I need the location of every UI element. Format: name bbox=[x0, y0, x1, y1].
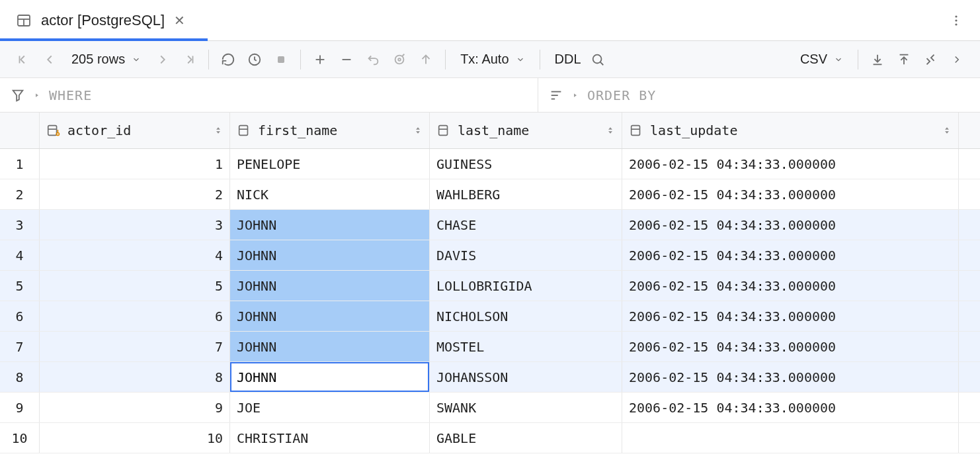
cell-first-name[interactable]: JOHNN bbox=[230, 210, 430, 240]
first-page-button[interactable] bbox=[12, 48, 34, 71]
cell-last-update[interactable]: 2006-02-15 04:34:33.000000 bbox=[622, 149, 959, 179]
cell-first-name[interactable]: PENELOPE bbox=[230, 149, 430, 179]
row-count-dropdown[interactable]: 205 rows bbox=[65, 52, 147, 67]
cell-last-name[interactable]: WAHLBERG bbox=[430, 179, 622, 209]
table-row[interactable]: 33JOHNNCHASE2006-02-15 04:34:33.000000 bbox=[0, 210, 980, 240]
cell-last-update[interactable]: 2006-02-15 04:34:33.000000 bbox=[622, 240, 959, 270]
cell-first-name[interactable]: JOHNN bbox=[230, 240, 430, 270]
cell-last-update[interactable]: 2006-02-15 04:34:33.000000 bbox=[622, 301, 959, 331]
gutter-header[interactable] bbox=[0, 113, 40, 148]
column-header-last-update[interactable]: last_update bbox=[622, 113, 959, 148]
cell-actor-id[interactable]: 8 bbox=[40, 362, 230, 392]
cell-actor-id[interactable]: 3 bbox=[40, 210, 230, 240]
cell-actor-id[interactable]: 9 bbox=[40, 393, 230, 422]
upload-button[interactable] bbox=[893, 48, 915, 71]
download-button[interactable] bbox=[866, 48, 889, 71]
cell-last-name[interactable]: CHASE bbox=[430, 210, 622, 240]
cell-last-update[interactable]: 2006-02-15 04:34:33.000000 bbox=[622, 210, 959, 240]
add-row-button[interactable] bbox=[309, 48, 331, 71]
row-number[interactable]: 3 bbox=[0, 210, 40, 240]
tab-menu-button[interactable] bbox=[942, 0, 971, 40]
table-row[interactable]: 22NICKWAHLBERG2006-02-15 04:34:33.000000 bbox=[0, 179, 980, 210]
editor-tab-actor[interactable]: actor [PostgreSQL] ✕ bbox=[9, 0, 198, 40]
sort-indicator-icon[interactable] bbox=[214, 124, 223, 136]
cell-last-name[interactable]: GUINESS bbox=[430, 149, 622, 179]
cell-first-name[interactable]: JOHNN bbox=[230, 332, 430, 361]
row-number[interactable]: 4 bbox=[0, 240, 40, 270]
table-row[interactable]: 77JOHNNMOSTEL2006-02-15 04:34:33.000000 bbox=[0, 332, 980, 362]
export-format-dropdown[interactable]: CSV bbox=[794, 52, 850, 67]
cell-spacer bbox=[959, 332, 980, 361]
close-icon[interactable]: ✕ bbox=[174, 13, 185, 28]
table-row[interactable]: 66JOHNNNICHOLSON2006-02-15 04:34:33.0000… bbox=[0, 301, 980, 332]
search-button[interactable] bbox=[587, 48, 609, 71]
preview-changes-button[interactable] bbox=[388, 48, 411, 71]
cell-first-name[interactable] bbox=[230, 362, 430, 392]
cell-last-name[interactable]: SWANK bbox=[430, 393, 622, 422]
cell-editor-input[interactable] bbox=[230, 362, 429, 392]
cell-spacer bbox=[959, 393, 980, 422]
row-number[interactable]: 8 bbox=[0, 362, 40, 392]
cell-last-name[interactable]: JOHANSSON bbox=[430, 362, 622, 392]
cell-last-update[interactable]: 2006-02-15 04:34:33.000000 bbox=[622, 332, 959, 361]
table-row[interactable]: 55JOHNNLOLLOBRIGIDA2006-02-15 04:34:33.0… bbox=[0, 271, 980, 301]
row-number[interactable]: 1 bbox=[0, 149, 40, 179]
cell-last-update[interactable]: 2006-02-15 04:34:33.000000 bbox=[622, 393, 959, 422]
column-header-first-name[interactable]: first_name bbox=[230, 113, 430, 148]
last-page-button[interactable] bbox=[178, 48, 200, 71]
row-number[interactable]: 5 bbox=[0, 271, 40, 301]
cell-actor-id[interactable]: 5 bbox=[40, 271, 230, 301]
cell-first-name[interactable]: NICK bbox=[230, 179, 430, 209]
cell-actor-id[interactable]: 2 bbox=[40, 179, 230, 209]
delete-row-button[interactable] bbox=[335, 48, 358, 71]
cell-last-name[interactable]: GABLE bbox=[430, 423, 622, 453]
cell-first-name[interactable]: JOE bbox=[230, 393, 430, 422]
cell-first-name[interactable]: JOHNN bbox=[230, 271, 430, 301]
cell-last-update[interactable]: 2006-02-15 04:34:33.000000 bbox=[622, 271, 959, 301]
cell-last-name[interactable]: NICHOLSON bbox=[430, 301, 622, 331]
orderby-filter[interactable]: ORDER BY bbox=[538, 78, 980, 112]
cell-actor-id[interactable]: 10 bbox=[40, 423, 230, 453]
cell-actor-id[interactable]: 1 bbox=[40, 149, 230, 179]
column-name: first_name bbox=[258, 122, 337, 138]
row-number[interactable]: 6 bbox=[0, 301, 40, 331]
cell-actor-id[interactable]: 4 bbox=[40, 240, 230, 270]
row-number[interactable]: 2 bbox=[0, 179, 40, 209]
column-header-last-name[interactable]: last_name bbox=[430, 113, 622, 148]
next-page-button[interactable] bbox=[151, 48, 174, 71]
cell-last-update[interactable]: 2006-02-15 04:34:33.000000 bbox=[622, 179, 959, 209]
more-button[interactable] bbox=[946, 48, 968, 71]
table-row[interactable]: 1010CHRISTIANGABLE bbox=[0, 423, 980, 453]
stop-button[interactable] bbox=[270, 48, 292, 71]
sort-indicator-icon[interactable] bbox=[413, 124, 423, 136]
cell-first-name[interactable]: JOHNN bbox=[230, 301, 430, 331]
svg-marker-28 bbox=[574, 93, 577, 97]
cell-actor-id[interactable]: 7 bbox=[40, 332, 230, 361]
cell-last-update[interactable] bbox=[622, 423, 959, 453]
cell-last-update[interactable]: 2006-02-15 04:34:33.000000 bbox=[622, 362, 959, 392]
cell-last-name[interactable]: MOSTEL bbox=[430, 332, 622, 361]
compare-button[interactable] bbox=[919, 48, 942, 71]
table-row[interactable]: 88JOHANSSON2006-02-15 04:34:33.000000 bbox=[0, 362, 980, 393]
row-number[interactable]: 10 bbox=[0, 423, 40, 453]
column-header-actor-id[interactable]: actor_id bbox=[40, 113, 230, 148]
prev-page-button[interactable] bbox=[38, 48, 61, 71]
reload-button[interactable] bbox=[217, 48, 239, 71]
revert-button[interactable] bbox=[362, 48, 384, 71]
where-filter[interactable]: WHERE bbox=[0, 78, 538, 112]
cell-last-name[interactable]: DAVIS bbox=[430, 240, 622, 270]
cell-last-name[interactable]: LOLLOBRIGIDA bbox=[430, 271, 622, 301]
row-number[interactable]: 7 bbox=[0, 332, 40, 361]
tx-mode-dropdown[interactable]: Tx: Auto bbox=[454, 52, 531, 67]
autoreload-button[interactable] bbox=[243, 48, 266, 71]
sort-indicator-icon[interactable] bbox=[606, 124, 615, 136]
ddl-button[interactable]: DDL bbox=[548, 52, 583, 67]
table-row[interactable]: 44JOHNNDAVIS2006-02-15 04:34:33.000000 bbox=[0, 240, 980, 271]
row-number[interactable]: 9 bbox=[0, 393, 40, 422]
cell-first-name[interactable]: CHRISTIAN bbox=[230, 423, 430, 453]
cell-actor-id[interactable]: 6 bbox=[40, 301, 230, 331]
submit-button[interactable] bbox=[415, 48, 437, 71]
table-row[interactable]: 11PENELOPEGUINESS2006-02-15 04:34:33.000… bbox=[0, 149, 980, 179]
sort-indicator-icon[interactable] bbox=[942, 124, 952, 136]
table-row[interactable]: 99JOESWANK2006-02-15 04:34:33.000000 bbox=[0, 393, 980, 423]
